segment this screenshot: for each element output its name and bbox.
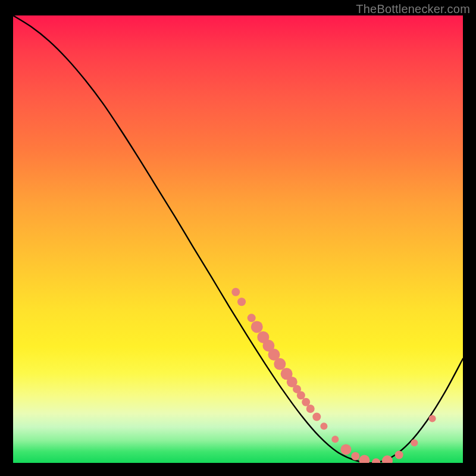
curve-marker (312, 413, 321, 421)
plot-area (13, 15, 463, 463)
curve-marker (359, 455, 369, 463)
curve-marker (340, 444, 351, 455)
curve-marker (231, 288, 240, 296)
curve-marker (320, 422, 327, 430)
curve-markers (231, 288, 436, 463)
curve-marker (274, 358, 286, 370)
curve-marker (411, 439, 418, 446)
curve-marker (382, 455, 393, 463)
curve-marker (297, 391, 305, 399)
curve-marker (372, 458, 380, 463)
bottleneck-curve (13, 15, 463, 463)
curve-layer (13, 15, 463, 463)
curve-marker (395, 450, 403, 459)
curve-marker (248, 314, 256, 322)
curve-marker (429, 415, 436, 422)
attribution-label: TheBottlenecker.com (356, 2, 470, 16)
chart-stage: TheBottlenecker.com (0, 0, 476, 476)
curve-marker (306, 405, 315, 413)
curve-marker (331, 436, 339, 443)
curve-marker (251, 321, 263, 333)
curve-marker (351, 452, 359, 461)
curve-marker (237, 298, 246, 306)
